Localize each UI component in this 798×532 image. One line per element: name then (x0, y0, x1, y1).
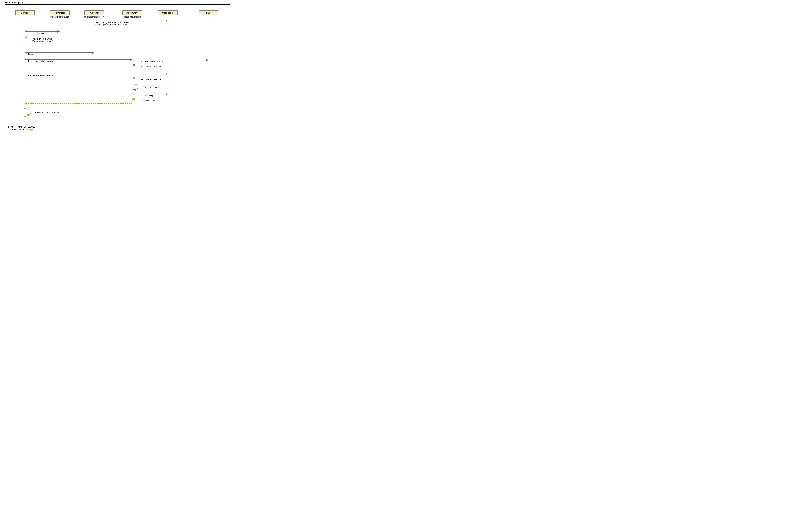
sequence-diagram: BrowserAdvertiserwereallylikeshoes.comPu… (0, 0, 233, 133)
message-label-5: Request contextual ad bids (141, 61, 165, 63)
message-label-1: Browse site (37, 32, 48, 34)
message-label-3: Browse site (28, 53, 39, 55)
message-label-2: Add to Interest Group (33, 38, 52, 40)
self-message-13 (26, 110, 31, 115)
activation-adnetwork-9 (131, 83, 133, 91)
message-label-6: Send contextual ad bids (141, 65, 162, 68)
actor-sub-adnetwork: first-ad-network.com (124, 16, 141, 18)
message-label-10: Notify winning bid (141, 95, 156, 97)
actor-name-dsp: DSP (206, 12, 211, 14)
message-label-9: Select winning bid (144, 86, 160, 88)
actor-name-browser: Browser (21, 12, 29, 14)
self-message-9 (133, 84, 138, 90)
actor-sub-publisher: mylocalnewspaper.com (84, 16, 104, 18)
actor-name-adnetwork: Ad Network (126, 12, 138, 14)
activation-browser-13 (24, 109, 26, 116)
message-label-11: Send ad web bundle (141, 100, 159, 102)
message-label-13: Render ad in opaque iframe (35, 112, 59, 114)
actor-sub-advertiser: wereallylikeshoes.com (50, 16, 69, 18)
actor-name-publisher: Publisher (89, 12, 99, 14)
message-label-7: Request interest based bids (28, 74, 53, 77)
actor-name-gatekeeper: Gatekeeper (162, 12, 174, 14)
message-label-0: Send bidding model, ad components for (95, 21, 131, 24)
message-label-4: Request ads to be displayed (28, 60, 53, 62)
message-label-8: Send interest based bids (141, 78, 162, 80)
legend-note: Items specific to TURTLEDOVE + SPARROW a… (8, 126, 35, 131)
message-label-2-1: "RunningShoesLovers" (32, 40, 53, 42)
message-label-0-1: interest group "RunningShoesLovers" (95, 24, 129, 26)
actor-name-advertiser: Advertiser (55, 12, 65, 14)
